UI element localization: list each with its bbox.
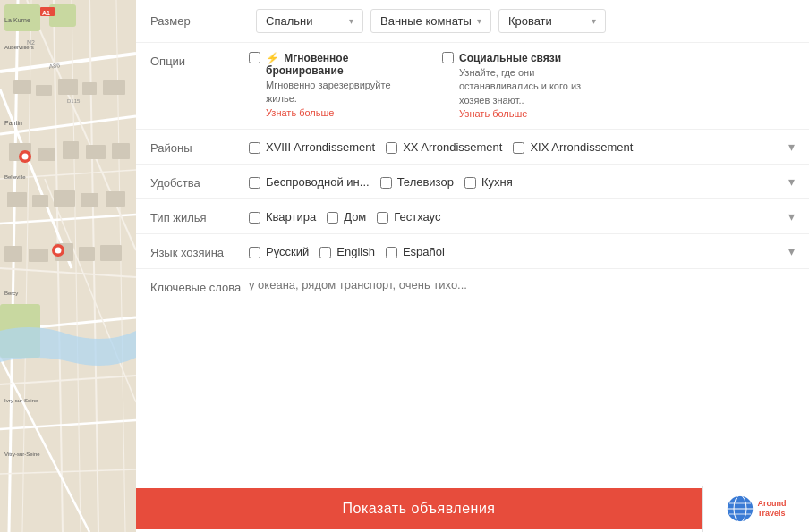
svg-text:Ivry-sur-Seine: Ivry-sur-Seine bbox=[4, 398, 38, 403]
map-panel: La-Kurne Aubervilliers Pantin Belleville… bbox=[0, 0, 136, 532]
svg-rect-27 bbox=[103, 80, 125, 95]
housing-label-2[interactable]: Гестхаус bbox=[394, 210, 440, 224]
chevron-down-icon: ▾ bbox=[592, 16, 596, 26]
language-label: Язык хозяина bbox=[150, 243, 249, 259]
svg-rect-25 bbox=[58, 79, 78, 95]
housing-label-1[interactable]: Дом bbox=[344, 210, 366, 224]
social-connections-option: Социальные связи Узнайте, где они остана… bbox=[442, 52, 603, 120]
amenities-more-arrow[interactable]: ▾ bbox=[788, 174, 795, 189]
amenities-row: Удобства Беспроводной ин... Телевизор Ку… bbox=[136, 165, 809, 199]
filter-panel: Размер Спальни ▾ Ванные комнаты ▾ Кроват… bbox=[136, 0, 809, 532]
districts-more-arrow[interactable]: ▾ bbox=[788, 139, 795, 154]
language-label-0[interactable]: Русский bbox=[266, 245, 309, 258]
housing-item-2: Гестхаус bbox=[377, 210, 440, 224]
language-more-arrow[interactable]: ▾ bbox=[788, 244, 795, 258]
svg-rect-39 bbox=[29, 249, 48, 262]
district-checkbox-1[interactable] bbox=[386, 142, 397, 154]
keywords-row: Ключевые слова bbox=[136, 269, 809, 308]
district-item-0: XVIII Arrondissement bbox=[249, 140, 375, 154]
amenity-checkbox-1[interactable] bbox=[380, 177, 392, 189]
svg-rect-41 bbox=[79, 247, 95, 261]
brand-text: Around Travels bbox=[758, 499, 787, 519]
housing-label-0[interactable]: Квартира bbox=[266, 210, 316, 224]
instant-learn-more-link[interactable]: Узнать больше bbox=[266, 107, 334, 118]
amenity-label-0[interactable]: Беспроводной ин... bbox=[266, 175, 370, 189]
beds-dropdown[interactable]: Кровати ▾ bbox=[498, 9, 606, 33]
instant-booking-option: ⚡ Мгновенное бронирование Мгновенно заре… bbox=[249, 52, 410, 120]
language-row: Язык хозяина Русский English Español ▾ bbox=[136, 234, 809, 269]
svg-rect-37 bbox=[106, 191, 125, 207]
social-learn-more-link[interactable]: Узнать больше bbox=[459, 108, 527, 119]
svg-rect-33 bbox=[7, 192, 27, 207]
bolt-icon: ⚡ bbox=[266, 52, 279, 64]
housing-checkbox-0[interactable] bbox=[249, 212, 260, 224]
amenity-item-2: Кухня bbox=[464, 175, 513, 189]
svg-rect-30 bbox=[63, 141, 79, 159]
amenity-checkbox-2[interactable] bbox=[464, 177, 476, 189]
amenity-label-2[interactable]: Кухня bbox=[481, 175, 513, 189]
svg-text:Belleville: Belleville bbox=[4, 174, 26, 180]
footer-row: Показать объявления Around Travels bbox=[136, 486, 809, 532]
language-checkbox-1[interactable] bbox=[319, 247, 331, 258]
brand-logo: Around Travels bbox=[702, 486, 809, 532]
svg-text:La-Kurne: La-Kurne bbox=[4, 17, 30, 23]
language-label-1[interactable]: English bbox=[336, 245, 375, 258]
housing-row: Тип жилья Квартира Дом Гестхаус ▾ bbox=[136, 199, 809, 234]
amenities-label: Удобства bbox=[150, 173, 249, 190]
options-label: Опции bbox=[150, 52, 249, 68]
brand-globe-icon bbox=[726, 494, 754, 523]
language-item-0: Русский bbox=[249, 245, 309, 258]
housing-label: Тип жилья bbox=[150, 208, 249, 224]
svg-rect-31 bbox=[86, 145, 106, 159]
chevron-down-icon: ▾ bbox=[349, 16, 353, 26]
district-label-1[interactable]: XX Arrondissement bbox=[403, 140, 502, 154]
svg-text:Pantin: Pantin bbox=[4, 120, 22, 126]
svg-text:Bercy: Bercy bbox=[4, 291, 18, 296]
keywords-label: Ключевые слова bbox=[150, 278, 249, 294]
district-checkbox-0[interactable] bbox=[249, 142, 260, 154]
svg-rect-38 bbox=[4, 246, 22, 262]
svg-point-48 bbox=[55, 248, 62, 254]
amenity-item-1: Телевизор bbox=[380, 175, 454, 189]
district-checkbox-2[interactable] bbox=[513, 142, 524, 154]
svg-text:N2: N2 bbox=[27, 39, 35, 46]
svg-text:Vitry-sur-Seine: Vitry-sur-Seine bbox=[4, 452, 40, 457]
amenity-checkbox-0[interactable] bbox=[249, 177, 260, 189]
district-label-0[interactable]: XVIII Arrondissement bbox=[266, 140, 375, 154]
amenity-item-0: Беспроводной ин... bbox=[249, 175, 370, 189]
housing-item-1: Дом bbox=[327, 210, 366, 224]
housing-checkbox-2[interactable] bbox=[377, 212, 388, 224]
district-item-2: XIX Arrondissement bbox=[513, 140, 633, 154]
svg-rect-29 bbox=[38, 148, 55, 161]
svg-text:D115: D115 bbox=[67, 98, 81, 104]
size-row: Размер Спальни ▾ Ванные комнаты ▾ Кроват… bbox=[136, 0, 809, 43]
svg-rect-35 bbox=[54, 190, 75, 207]
district-item-1: XX Arrondissement bbox=[386, 140, 502, 154]
svg-rect-26 bbox=[82, 82, 97, 95]
chevron-down-icon: ▾ bbox=[477, 16, 481, 26]
language-checkbox-0[interactable] bbox=[249, 247, 260, 258]
options-row: Опции ⚡ Мгновенное бронирование Мгновенн… bbox=[136, 43, 809, 130]
svg-rect-32 bbox=[112, 143, 130, 159]
bedrooms-dropdown[interactable]: Спальни ▾ bbox=[256, 9, 363, 33]
bathrooms-dropdown[interactable]: Ванные комнаты ▾ bbox=[370, 9, 491, 33]
svg-text:A1: A1 bbox=[42, 10, 50, 16]
svg-rect-34 bbox=[32, 195, 48, 207]
svg-rect-24 bbox=[36, 85, 52, 96]
svg-rect-36 bbox=[81, 193, 98, 207]
housing-checkbox-1[interactable] bbox=[327, 212, 338, 224]
language-item-1: English bbox=[319, 245, 375, 258]
language-checkbox-2[interactable] bbox=[386, 247, 397, 258]
keywords-input[interactable] bbox=[249, 278, 795, 291]
submit-button[interactable]: Показать объявления bbox=[136, 488, 702, 529]
language-label-2[interactable]: Español bbox=[403, 245, 445, 258]
amenity-label-1[interactable]: Телевизор bbox=[397, 175, 454, 189]
instant-booking-checkbox[interactable] bbox=[249, 52, 260, 63]
svg-rect-42 bbox=[100, 245, 122, 261]
submit-area: Показать объявления bbox=[136, 488, 702, 529]
district-label-2[interactable]: XIX Arrondissement bbox=[530, 140, 633, 154]
language-item-2: Español bbox=[386, 245, 445, 258]
social-connections-checkbox[interactable] bbox=[442, 52, 454, 63]
housing-more-arrow[interactable]: ▾ bbox=[788, 209, 795, 224]
housing-item-0: Квартира bbox=[249, 210, 316, 224]
